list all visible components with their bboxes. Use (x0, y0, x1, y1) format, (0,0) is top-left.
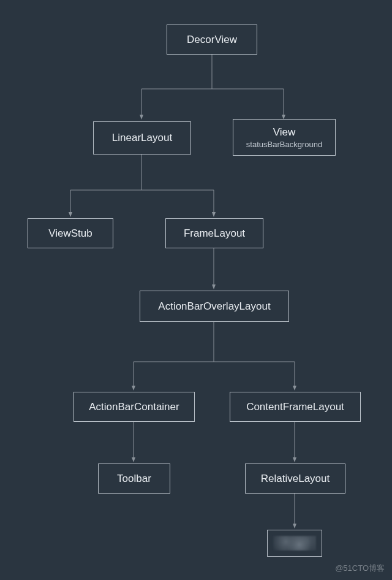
node-view-statusbar: View statusBarBackground (233, 119, 336, 156)
node-viewstub: ViewStub (28, 218, 113, 248)
node-label: ActionBarOverlayLayout (158, 300, 270, 313)
node-label: Toolbar (117, 473, 151, 485)
node-label: ViewStub (48, 227, 92, 240)
node-toolbar: Toolbar (98, 464, 170, 494)
node-subtitle: statusBarBackground (246, 140, 322, 149)
node-actionbaroverlay: ActionBarOverlayLayout (140, 291, 289, 322)
node-actionbarcontainer: ActionBarContainer (74, 392, 195, 422)
node-relativelayout: RelativeLayout (245, 464, 345, 494)
node-label: LinearLayout (112, 132, 172, 144)
node-label: DecorView (187, 34, 237, 46)
node-decorview: DecorView (167, 25, 257, 55)
node-framelayout: FrameLayout (165, 218, 263, 248)
node-label: ContentFrameLayout (246, 401, 344, 413)
node-obscured (267, 530, 322, 557)
node-label: View (273, 126, 296, 139)
node-contentframe: ContentFrameLayout (230, 392, 361, 422)
node-linearlayout: LinearLayout (93, 121, 191, 155)
watermark-text: @51CTO博客 (335, 563, 385, 574)
node-label: RelativeLayout (261, 473, 330, 485)
node-label: ActionBarContainer (89, 401, 179, 413)
node-label: FrameLayout (184, 227, 245, 240)
